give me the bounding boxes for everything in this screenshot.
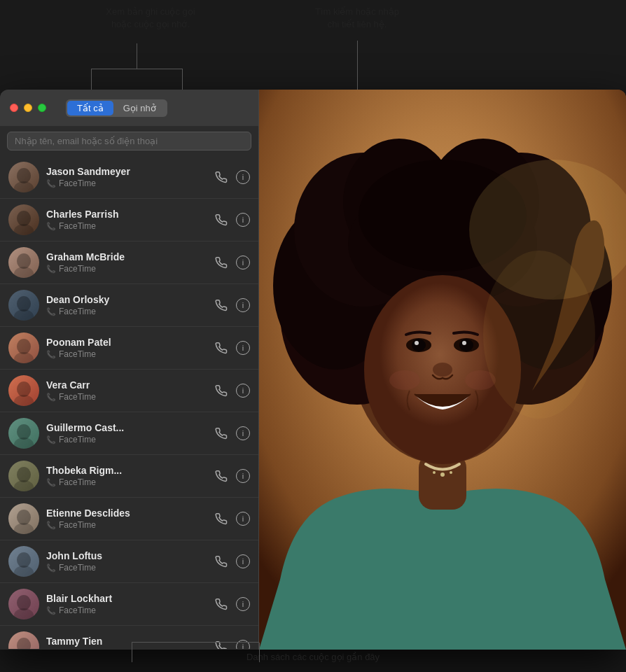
maximize-button[interactable] — [38, 104, 46, 112]
phone-icon: 📞 — [46, 478, 56, 487]
phone-icon: 📞 — [46, 265, 56, 274]
svg-point-53 — [483, 251, 595, 419]
info-button[interactable]: i — [236, 170, 250, 184]
contact-name: Poonam Patel — [46, 337, 207, 348]
svg-point-9 — [14, 352, 34, 363]
contact-name: Thobeka Rigm... — [46, 465, 207, 476]
contact-type: 📞FaceTime — [46, 307, 207, 316]
app-window: Tất cả Gọi nhở Jason Sandmeyer📞FaceTime … — [0, 90, 626, 650]
contact-name: Charles Parrish — [46, 209, 207, 220]
call-button[interactable] — [212, 382, 230, 400]
svg-point-17 — [14, 523, 34, 534]
info-button[interactable]: i — [236, 384, 250, 398]
phone-icon: 📞 — [46, 307, 56, 316]
info-button[interactable]: i — [236, 554, 250, 568]
search-bar[interactable] — [7, 132, 251, 150]
call-button[interactable] — [212, 211, 230, 229]
contact-name: Guillermo Cast... — [46, 422, 207, 433]
call-button[interactable] — [212, 424, 230, 442]
contact-list: Jason Sandmeyer📞FaceTime i Charles Parri… — [0, 156, 258, 649]
minimize-button[interactable] — [24, 104, 32, 112]
info-button[interactable]: i — [236, 426, 250, 440]
contact-type: 📞FaceTime — [46, 648, 207, 649]
svg-point-16 — [17, 510, 31, 525]
contact-type-label: FaceTime — [59, 349, 96, 359]
close-button[interactable] — [10, 104, 18, 112]
svg-point-46 — [433, 363, 452, 377]
info-button[interactable]: i — [236, 255, 250, 270]
call-button[interactable] — [212, 510, 230, 528]
svg-point-22 — [17, 638, 31, 649]
call-button[interactable] — [212, 595, 230, 613]
info-button[interactable]: i — [236, 298, 250, 312]
svg-point-45 — [462, 341, 466, 345]
contact-name: Graham McBride — [46, 251, 207, 262]
info-button[interactable]: i — [236, 512, 250, 526]
call-button[interactable] — [212, 296, 230, 314]
bracket-line-left-vert — [137, 43, 137, 69]
search-input[interactable] — [15, 136, 244, 146]
phone-icon: 📞 — [46, 564, 56, 573]
contact-item[interactable]: Blair Lockhart📞FaceTime i — [0, 583, 258, 626]
svg-point-44 — [459, 339, 473, 351]
contact-item[interactable]: Etienne Desclides📞FaceTime i — [0, 498, 258, 540]
call-button[interactable] — [212, 467, 230, 485]
svg-point-5 — [14, 267, 34, 278]
call-button[interactable] — [212, 168, 230, 186]
contact-type: 📞FaceTime — [46, 563, 207, 573]
phone-icon: 📞 — [46, 521, 56, 530]
avatar — [8, 204, 39, 235]
contact-name: Blair Lockhart — [46, 593, 207, 604]
contact-type-label: FaceTime — [59, 520, 96, 530]
phone-icon: 📞 — [46, 350, 56, 359]
contact-type: 📞FaceTime — [46, 520, 207, 530]
contact-item[interactable]: Jason Sandmeyer📞FaceTime i — [0, 156, 258, 199]
contact-item[interactable]: Graham McBride📞FaceTime i — [0, 241, 258, 284]
tab-all[interactable]: Tất cả — [67, 101, 113, 115]
contact-type: 📞FaceTime — [46, 349, 207, 359]
contact-item[interactable]: Poonam Patel📞FaceTime i — [0, 327, 258, 370]
avatar — [8, 418, 39, 449]
svg-point-12 — [17, 424, 31, 440]
svg-point-8 — [17, 339, 31, 354]
contact-name: Tammy Tien — [46, 636, 207, 647]
phone-icon: 📞 — [46, 649, 56, 650]
call-button[interactable] — [212, 638, 230, 649]
contact-item[interactable]: Charles Parrish📞FaceTime i — [0, 199, 258, 241]
info-button[interactable]: i — [236, 597, 250, 611]
contact-item[interactable]: Tammy Tien📞FaceTime i — [0, 626, 258, 649]
annotation-top-right: Tìm kiếm hoặc nhập chi tiết liên hệ. — [301, 6, 413, 31]
info-button[interactable]: i — [236, 341, 250, 355]
svg-point-6 — [17, 296, 31, 312]
info-button[interactable]: i — [236, 640, 250, 649]
contact-name: Vera Carr — [46, 379, 207, 391]
avatar — [8, 631, 39, 649]
contact-item[interactable]: John Loftus📞FaceTime i — [0, 540, 258, 583]
contact-type-label: FaceTime — [59, 563, 96, 573]
call-button[interactable] — [212, 552, 230, 570]
svg-point-0 — [17, 168, 31, 183]
info-button[interactable]: i — [236, 213, 250, 227]
info-button[interactable]: i — [236, 469, 250, 483]
svg-point-15 — [14, 480, 34, 491]
avatar — [8, 162, 39, 192]
svg-point-3 — [14, 224, 34, 235]
contact-type-label: FaceTime — [59, 221, 96, 231]
bottom-annotation-area: Danh sách các cuộc gọi gần đây — [0, 652, 626, 662]
bracket-line-left-horiz — [91, 69, 182, 69]
contact-item[interactable]: Vera Carr📞FaceTime i — [0, 370, 258, 412]
contact-type-label: FaceTime — [59, 435, 96, 444]
svg-point-42 — [415, 341, 419, 345]
call-button[interactable] — [212, 339, 230, 357]
contact-item[interactable]: Dean Orlosky📞FaceTime i — [0, 284, 258, 327]
annotation-area: Xem bản ghi cuộc gọi hoặc cuộc gọi nhớ. … — [0, 0, 626, 91]
tab-buttons: Tất cả Gọi nhở — [66, 99, 167, 117]
contact-type: 📞FaceTime — [46, 264, 207, 274]
contact-item[interactable]: Thobeka Rigm...📞FaceTime i — [0, 455, 258, 498]
contact-item[interactable]: Guillermo Cast...📞FaceTime i — [0, 412, 258, 455]
annotation-top-left: Xem bản ghi cuộc gọi hoặc cuộc gọi nhớ. — [98, 6, 203, 31]
titlebar: Tất cả Gọi nhở — [0, 90, 258, 126]
photo-panel — [259, 90, 626, 650]
call-button[interactable] — [212, 253, 230, 272]
tab-missed[interactable]: Gọi nhở — [113, 101, 166, 115]
